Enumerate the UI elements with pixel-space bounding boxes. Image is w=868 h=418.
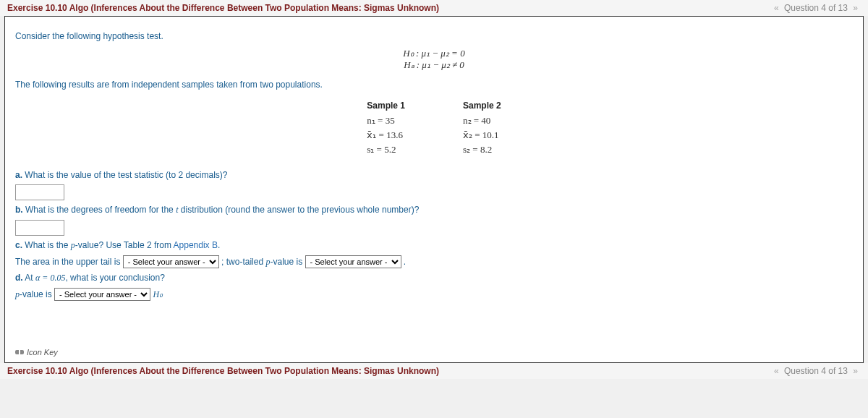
d-post: , what is your conclusion? (65, 273, 164, 283)
nav-prev-icon[interactable]: « (771, 3, 782, 13)
nav-label-bottom: Question 4 of 13 (784, 366, 848, 376)
sample1-col: Sample 1 n₁ = 35 x̄₁ = 13.6 s₁ = 5.2 (367, 98, 405, 158)
d-alpha: α = 0.05 (35, 273, 65, 283)
part-c-line2: The area in the upper tail is - Select y… (15, 255, 853, 268)
exercise-title: Exercise 10.10 Algo (Inferences About th… (7, 3, 439, 13)
part-b-input[interactable] (15, 220, 64, 236)
sample2-col: Sample 2 n₂ = 40 x̄₂ = 10.1 s₂ = 8.2 (463, 98, 501, 158)
part-b-text-pre: What is the degrees of freedom for the (23, 205, 176, 215)
appendix-b-link[interactable]: Appendix B (174, 240, 218, 250)
d2-h0: H₀ (153, 289, 163, 299)
part-c-period: . (218, 240, 220, 250)
part-c-post: -value? Use Table 2 from (75, 240, 174, 250)
sample2-xbar: x̄₂ = 10.1 (463, 129, 501, 141)
ha-line: Hₐ : μ₁ − μ₂ ≠ 0 (15, 59, 853, 71)
part-d-label: d. (15, 273, 23, 283)
intro-line2: The following results are from independe… (15, 78, 853, 92)
pvalue-conclusion-select[interactable]: - Select your answer - (54, 288, 150, 301)
exercise-title-bottom: Exercise 10.10 Algo (Inferences About th… (7, 366, 439, 376)
part-c: c. What is the p-value? Use Table 2 from… (15, 240, 853, 251)
part-c-label: c. (15, 240, 22, 250)
sample-data: Sample 1 n₁ = 35 x̄₁ = 13.6 s₁ = 5.2 Sam… (15, 98, 853, 158)
sample1-header: Sample 1 (367, 101, 405, 111)
nav-prev-icon-bottom[interactable]: « (771, 366, 782, 376)
nav-next-icon[interactable]: » (850, 3, 861, 13)
part-b-text-post: distribution (round the answer to the pr… (178, 205, 419, 215)
nav-label: Question 4 of 13 (784, 3, 848, 13)
intro-line1: Consider the following hypothesis test. (15, 30, 853, 43)
sample1-s: s₁ = 5.2 (367, 144, 405, 155)
key-icon (15, 350, 24, 354)
part-b-label: b. (15, 205, 23, 215)
part-a: a. What is the value of the test statist… (15, 170, 853, 180)
icon-key-label: Icon Key (27, 348, 58, 357)
part-d: d. At α = 0.05, what is your conclusion? (15, 273, 853, 283)
two-tailed-pvalue-select[interactable]: - Select your answer - (305, 255, 401, 268)
icon-key[interactable]: Icon Key (15, 348, 58, 357)
c2-end: . (404, 257, 406, 267)
sample2-n: n₂ = 40 (463, 115, 501, 127)
part-c-pre: What is the (22, 240, 71, 250)
hypotheses-block: H₀ : μ₁ − μ₂ = 0 Hₐ : μ₁ − μ₂ ≠ 0 (15, 48, 853, 71)
question-nav-bottom: « Question 4 of 13 » (771, 366, 861, 376)
sample2-header: Sample 2 (463, 101, 501, 111)
h0-line: H₀ : μ₁ − μ₂ = 0 (15, 48, 853, 59)
c2-mid: ; two-tailed (221, 257, 265, 267)
c2-is: -value is (270, 257, 305, 267)
part-a-text: What is the value of the test statistic … (22, 170, 227, 180)
part-a-input[interactable] (15, 184, 64, 200)
d2-is: -value is (20, 289, 54, 299)
question-nav-top: « Question 4 of 13 » (771, 3, 861, 13)
d-pre: At (23, 273, 35, 283)
part-a-label: a. (15, 170, 22, 180)
question-content: Consider the following hypothesis test. … (4, 16, 864, 363)
c2-pre: The area in the upper tail is (15, 257, 123, 267)
upper-tail-select[interactable]: - Select your answer - (123, 255, 219, 268)
part-d-line2: p-value is - Select your answer - H₀ (15, 288, 853, 301)
sample1-n: n₁ = 35 (367, 115, 405, 127)
nav-next-icon-bottom[interactable]: » (850, 366, 861, 376)
sample1-xbar: x̄₁ = 13.6 (367, 129, 405, 141)
sample2-s: s₂ = 8.2 (463, 144, 501, 155)
part-b: b. What is the degrees of freedom for th… (15, 205, 853, 216)
